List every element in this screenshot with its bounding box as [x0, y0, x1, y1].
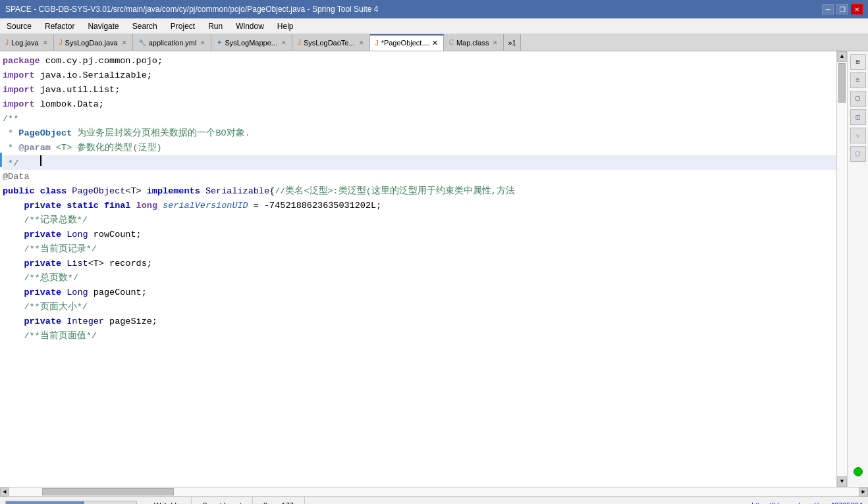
panel-button-3[interactable]: ⬡ [850, 91, 866, 107]
menu-search[interactable]: Search [126, 20, 164, 33]
menu-refactor[interactable]: Refactor [38, 20, 81, 33]
code-line-3: import java.util.List; [3, 83, 836, 97]
menu-project[interactable]: Project [164, 20, 202, 33]
text-cursor [40, 155, 41, 166]
code-line-9: @Data [3, 170, 836, 184]
panel-button-2[interactable]: ≡ [850, 72, 866, 88]
menu-navigate[interactable]: Navigate [81, 20, 125, 33]
tab-syslogdaote-close[interactable]: ✕ [359, 39, 364, 46]
code-line-15: private List<T> records; [3, 257, 836, 271]
menu-source[interactable]: Source [0, 20, 38, 33]
close-button[interactable]: ✕ [851, 4, 863, 14]
xml-icon: ✦ [217, 39, 222, 46]
tab-syslogdao[interactable]: J SysLogDao.java ✕ [54, 34, 133, 51]
tab-syslogdaote[interactable]: J SysLogDaoTe... ✕ [292, 34, 370, 51]
panel-button-5[interactable]: ☆ [850, 128, 866, 143]
tab-log-label: Log.java [11, 39, 39, 47]
status-writable: Writable [144, 497, 192, 504]
tab-syslogmapper-close[interactable]: ✕ [281, 39, 286, 46]
code-line-4: import lombok.Data; [3, 97, 836, 112]
java-icon: J [375, 39, 379, 47]
menu-window[interactable]: Window [229, 20, 271, 33]
tab-overflow[interactable]: »1 [504, 34, 520, 51]
main-content: package com.cy.pj.common.pojo; import ja… [0, 51, 868, 487]
h-scroll-track[interactable] [9, 488, 859, 496]
tab-syslogdao-close[interactable]: ✕ [122, 39, 127, 46]
panel-button-6[interactable]: ⬡ [850, 146, 866, 162]
link-text: https://blog.csdn.net/qq_43785884 [751, 501, 863, 505]
tab-syslogmapper-label: SysLogMappe... [225, 39, 277, 47]
restore-button[interactable]: ❐ [836, 4, 848, 14]
tab-bar: J Log.java ✕ J SysLogDao.java ✕ 🔧 applic… [0, 34, 868, 51]
code-line-10: public class PageObject<T> implements Se… [3, 184, 836, 199]
code-line-8: */ [3, 155, 836, 170]
vertical-scrollbar[interactable]: ▲ ▼ [836, 51, 847, 487]
status-link[interactable]: https://blog.csdn.net/qq_43785884 [751, 501, 863, 505]
status-bar: Writable Smart Insert 8 : ... 177 https:… [0, 496, 868, 504]
title-bar: SPACE - CGB-DB-SYS-V3.01/src/main/java/c… [0, 0, 868, 18]
scroll-down-button[interactable]: ▼ [837, 476, 847, 487]
java-icon: J [59, 39, 63, 46]
tab-mapclass[interactable]: C Map.class ✕ [444, 34, 504, 51]
tab-applicationyml-close[interactable]: ✕ [200, 39, 205, 46]
code-line-1: package com.cy.pj.common.pojo; [3, 54, 836, 68]
tab-pageobject[interactable]: J *PageObject.... ✕ [370, 34, 444, 51]
panel-button-4[interactable]: ◫ [850, 109, 866, 125]
code-editor[interactable]: package com.cy.pj.common.pojo; import ja… [0, 51, 836, 487]
tab-applicationyml[interactable]: 🔧 application.yml ✕ [133, 34, 212, 51]
window-title: SPACE - CGB-DB-SYS-V3.01/src/main/java/c… [5, 5, 822, 14]
menu-bar: Source Refactor Navigate Search Project … [0, 18, 868, 34]
scroll-thumb[interactable] [838, 63, 846, 103]
code-line-17: private Long pageCount; [3, 286, 836, 300]
scroll-left-button[interactable]: ◄ [0, 488, 9, 497]
tab-syslogdao-label: SysLogDao.java [65, 39, 118, 47]
status-position: 8 : ... 177 [253, 497, 305, 504]
tab-log[interactable]: J Log.java ✕ [0, 34, 54, 51]
code-line-14: /**当前页记录*/ [3, 242, 836, 257]
menu-help[interactable]: Help [271, 20, 300, 33]
code-line-16: /**总页数*/ [3, 271, 836, 286]
java-icon: J [5, 39, 9, 46]
h-scroll-thumb[interactable] [42, 488, 174, 495]
code-line-19: private Integer pageSize; [3, 315, 836, 329]
tab-mapclass-close[interactable]: ✕ [493, 39, 498, 46]
position-label: 8 : ... 177 [263, 501, 294, 505]
java-icon: J [298, 39, 301, 46]
horizontal-scrollbar[interactable]: ◄ ► [0, 487, 868, 496]
window-controls: ─ ❐ ✕ [822, 4, 863, 14]
writable-label: Writable [154, 501, 180, 505]
yml-icon: 🔧 [138, 39, 146, 46]
status-indicator [854, 467, 863, 476]
status-insert-mode: Smart Insert [192, 497, 253, 504]
code-line-7: * @param <T> 参数化的类型(泛型) [3, 141, 836, 155]
tab-applicationyml-label: application.yml [149, 39, 197, 47]
code-line-13: private Long rowCount; [3, 228, 836, 242]
code-line-6: * PageObject 为业务层封装分页相关数据的一个BO对象. [3, 126, 836, 141]
tab-pageobject-label: *PageObject.... ✕ [381, 39, 438, 47]
minimize-button[interactable]: ─ [822, 4, 834, 14]
editor-area[interactable]: package com.cy.pj.common.pojo; import ja… [0, 51, 847, 487]
current-line-indicator [0, 153, 3, 167]
scroll-track[interactable] [837, 62, 847, 476]
menu-run[interactable]: Run [202, 20, 229, 33]
tab-log-close[interactable]: ✕ [43, 39, 48, 46]
code-line-2: import java.io.Serializable; [3, 68, 836, 83]
status-progress-fill [6, 501, 84, 505]
tab-syslogdaote-label: SysLogDaoTe... [304, 39, 355, 47]
code-line-12: /**记录总数*/ [3, 213, 836, 228]
tab-mapclass-label: Map.class [456, 39, 489, 47]
panel-button-1[interactable]: ⊞ [850, 54, 866, 70]
tab-syslogmapper[interactable]: ✦ SysLogMappe... ✕ [211, 34, 292, 51]
scroll-right-button[interactable]: ► [859, 488, 868, 497]
code-line-20: /**当前页面值*/ [3, 329, 836, 343]
code-line-11: private static final long serialVersionU… [3, 199, 836, 213]
insert-mode-label: Smart Insert [202, 501, 242, 505]
class-icon: C [449, 39, 454, 46]
right-panel: ⊞ ≡ ⬡ ◫ ☆ ⬡ [847, 51, 868, 487]
status-progress-bar [5, 501, 137, 505]
code-line-5: /** [3, 112, 836, 126]
code-line-18: /**页面大小*/ [3, 300, 836, 315]
scroll-up-button[interactable]: ▲ [837, 51, 847, 62]
